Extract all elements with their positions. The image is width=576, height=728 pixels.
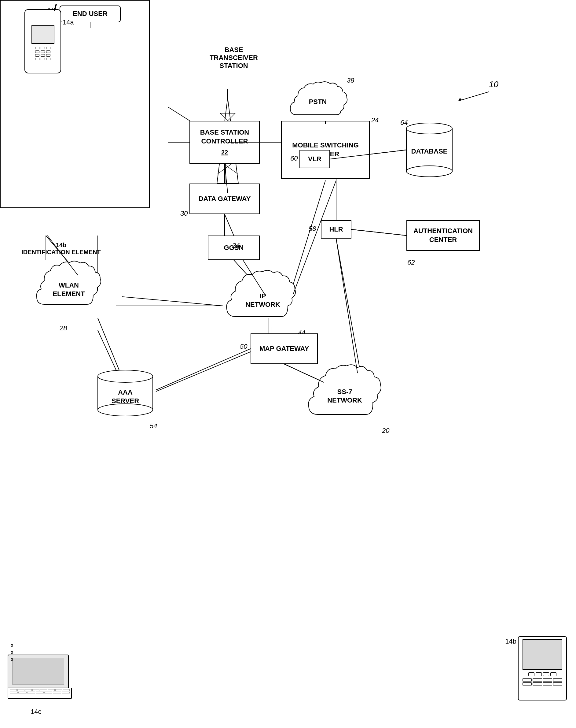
vlr-box: VLR [299,150,330,168]
label-10: 10 [489,80,498,89]
label-62: 62 [407,259,415,266]
label-14b: 14b [505,638,516,645]
svg-text:SERVER: SERVER [112,397,139,405]
svg-line-10 [351,230,406,236]
database-cylinder: DATABASE [403,119,455,181]
hlr-box: HLR [321,220,351,239]
svg-point-50 [406,166,452,177]
bsc-number: 22 [221,149,228,156]
svg-text:DATABASE: DATABASE [411,147,448,155]
svg-line-64 [336,239,357,373]
label-30: 30 [180,210,188,217]
svg-line-18 [156,349,251,390]
aaa-server-cylinder: AAA SERVER [95,367,156,416]
svg-line-63 [351,230,406,236]
device-container: 14a [0,0,150,208]
pstn-cloud: PSTN [284,78,351,124]
svg-line-72 [458,92,489,101]
bsc-box: BASE STATION CONTROLLER 22 [190,121,260,164]
bts-label: BASE TRANSCEIVER STATION [203,46,264,70]
svg-text:IP: IP [260,292,266,300]
label-38: 38 [347,77,354,84]
phone-device-14a [24,9,61,74]
svg-text:WLAN: WLAN [59,281,79,289]
svg-line-11 [336,239,361,373]
label-34: 34 [232,242,239,250]
label-20: 20 [382,427,389,435]
pda-device-14b [518,636,567,700]
svg-line-58 [225,214,234,236]
svg-point-44 [98,370,153,382]
svg-line-70 [98,318,119,370]
svg-text:SS-7: SS-7 [337,388,352,396]
ip-cloud: IP NETWORK [220,266,306,327]
svg-text:ELEMENT: ELEMENT [53,290,85,298]
label-50: 50 [240,343,247,351]
svg-line-16 [122,297,223,306]
laptop-device-14c [8,654,72,703]
identification-element-label: 14b IDENTIFICATION ELEMENT [20,242,103,256]
label-64: 64 [400,119,408,127]
svg-marker-73 [458,98,462,101]
label-14c: 14c [31,708,41,716]
svg-text:NETWORK: NETWORK [246,301,280,308]
svg-line-17 [98,330,116,370]
wlan-cloud: WLAN ELEMENT [31,257,107,318]
label-60: 60 [290,155,298,162]
data-gateway-box: DATA GATEWAY [190,184,260,214]
label-58: 58 [309,225,316,233]
map-gateway-box: MAP GATEWAY [251,333,318,364]
svg-text:PSTN: PSTN [309,98,327,106]
ss7-cloud: SS-7 NETWORK [303,361,388,425]
label-54: 54 [150,422,157,430]
label-14a: 14a [63,18,74,26]
svg-text:NETWORK: NETWORK [327,397,362,404]
auth-center-box: AUTHENTICATION CENTER [406,220,480,251]
svg-line-71 [156,352,251,392]
label-24: 24 [371,116,379,124]
svg-point-49 [406,123,452,134]
svg-text:AAA: AAA [118,388,133,396]
svg-point-45 [98,404,153,416]
label-28: 28 [60,324,67,332]
